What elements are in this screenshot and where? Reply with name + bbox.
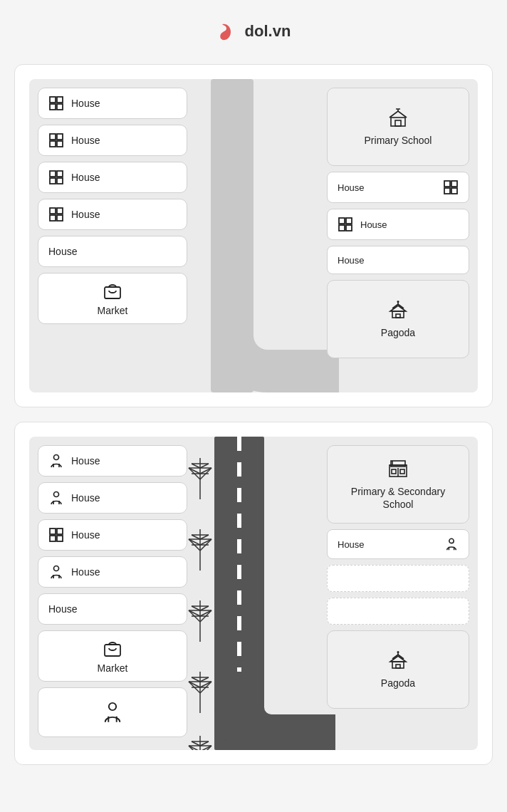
map1-house-3: House (38, 162, 187, 193)
power-tower-5 (187, 736, 213, 750)
svg-rect-15 (57, 215, 63, 221)
svg-line-51 (200, 535, 209, 539)
map1-school-box: Primary School (327, 88, 469, 166)
grid-icon (443, 179, 459, 195)
map1-house1-label: House (71, 98, 100, 109)
svg-rect-0 (50, 97, 56, 103)
svg-rect-87 (50, 536, 56, 541)
power-tower-1 (187, 458, 213, 501)
map2-house-1: House (38, 445, 187, 477)
map2-left-col: House House House (38, 445, 187, 737)
map1-area: House House House House (29, 79, 478, 392)
map1-house2-label: House (71, 135, 100, 146)
map2-school-label: Primary & Secondary School (339, 485, 457, 511)
svg-rect-4 (50, 134, 56, 140)
map2-market-label: Market (98, 662, 128, 674)
svg-rect-88 (57, 536, 63, 541)
map1-right-house-2: House (327, 209, 469, 240)
svg-line-50 (192, 535, 200, 539)
svg-rect-18 (395, 120, 401, 126)
road2-curve (214, 672, 335, 750)
map1-right-house2-label: House (360, 219, 387, 230)
logo-text: dol.vn (245, 22, 291, 41)
map2-house1-label: House (71, 455, 100, 467)
map1-container: House House House House (14, 64, 493, 407)
svg-rect-17 (391, 118, 405, 126)
svg-line-70 (192, 677, 200, 682)
svg-rect-23 (444, 188, 450, 194)
map1-house3-label: House (71, 172, 100, 183)
svg-rect-27 (339, 225, 345, 231)
map2-house3-label: House (71, 529, 100, 541)
power-tower-3 (187, 600, 213, 643)
svg-line-47 (200, 539, 211, 545)
map1-market-label: Market (98, 305, 128, 316)
map2-house-3: House (38, 519, 187, 551)
svg-point-89 (54, 566, 59, 571)
header: dol.vn (0, 0, 507, 57)
logo-icon (216, 20, 239, 43)
bag-icon (103, 281, 122, 301)
svg-rect-28 (346, 225, 352, 231)
svg-rect-6 (50, 141, 56, 147)
svg-line-40 (192, 464, 200, 468)
map2-house5-label: House (48, 603, 77, 615)
map1-house-2: House (38, 125, 187, 156)
map2-house2-label: House (71, 492, 100, 504)
svg-rect-21 (444, 181, 450, 187)
map2-right-house1-label: House (338, 539, 365, 550)
svg-line-66 (189, 682, 200, 687)
school-icon (388, 108, 408, 127)
map2-area: House House House (29, 437, 478, 750)
svg-rect-85 (50, 529, 56, 534)
map2-right-house-1: House (327, 529, 469, 559)
map1-right-house-3: House (327, 246, 469, 274)
svg-rect-9 (57, 171, 63, 177)
svg-rect-103 (396, 665, 400, 668)
svg-rect-12 (50, 208, 56, 214)
map2-pagoda-box: Pagoda (327, 630, 469, 709)
map2-person-large (38, 687, 187, 737)
bag-icon (103, 638, 122, 658)
map1-right-house3-label: House (338, 255, 365, 266)
map1-pagoda-label: Pagoda (381, 327, 415, 338)
svg-rect-86 (57, 529, 63, 534)
person-icon (48, 564, 64, 580)
person-icon (444, 537, 459, 551)
svg-line-81 (200, 741, 209, 746)
pagoda-icon (388, 300, 408, 320)
map1-house-5: House (38, 236, 187, 267)
svg-line-41 (200, 464, 209, 468)
svg-rect-25 (339, 218, 345, 224)
svg-point-84 (54, 492, 59, 497)
grid-icon (48, 132, 64, 148)
svg-point-99 (449, 538, 454, 543)
map1-house-4: House (38, 199, 187, 230)
svg-rect-98 (400, 469, 404, 474)
svg-rect-11 (57, 178, 63, 184)
grid-icon (48, 527, 64, 543)
map1-right-house1-label: House (338, 182, 365, 193)
map2-pagoda-label: Pagoda (381, 677, 415, 689)
person-icon (48, 453, 64, 469)
svg-rect-5 (57, 134, 63, 140)
map1-house5-label: House (48, 246, 77, 257)
svg-line-37 (200, 468, 211, 474)
map2-right-col: Primary & Secondary School House (327, 445, 469, 709)
svg-rect-13 (57, 208, 63, 214)
svg-point-31 (397, 301, 399, 303)
map2-house-4: House (38, 556, 187, 588)
svg-rect-2 (50, 104, 56, 110)
svg-point-102 (397, 651, 399, 653)
map1-market: Market (38, 273, 187, 324)
power-tower-4 (187, 672, 213, 714)
svg-rect-26 (346, 218, 352, 224)
map1-right-col: Primary School House House House (327, 88, 469, 358)
grid-icon (48, 207, 64, 222)
person-icon (48, 490, 64, 506)
map2-right-empty-1 (327, 565, 469, 592)
map2-house-2: House (38, 482, 187, 514)
svg-line-56 (189, 610, 200, 616)
svg-line-46 (189, 539, 200, 545)
road1-curve (211, 293, 339, 392)
